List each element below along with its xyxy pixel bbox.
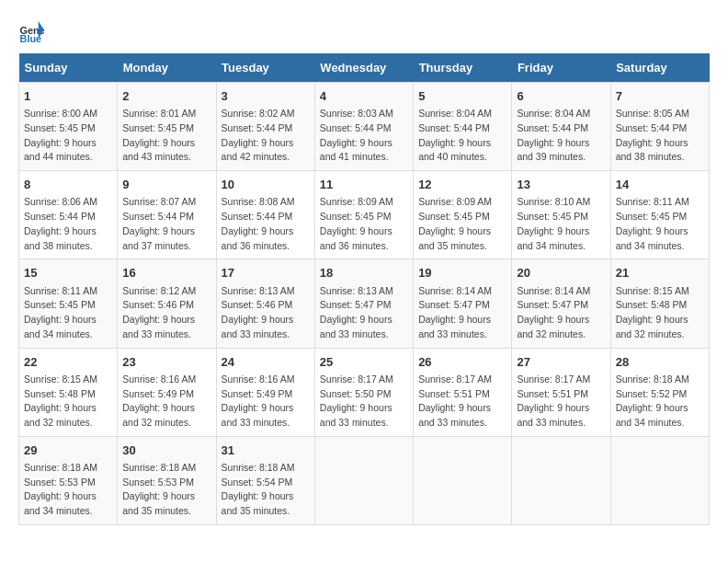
day-info: Sunrise: 8:12 AMSunset: 5:46 PMDaylight:…: [122, 285, 196, 339]
calendar-cell: 14Sunrise: 8:11 AMSunset: 5:45 PMDayligh…: [610, 171, 709, 259]
day-info: Sunrise: 8:18 AMSunset: 5:52 PMDaylight:…: [616, 373, 689, 428]
calendar-week-1: 1Sunrise: 8:00 AMSunset: 5:45 PMDaylight…: [19, 83, 710, 171]
day-info: Sunrise: 8:09 AMSunset: 5:45 PMDaylight:…: [320, 196, 393, 250]
day-number: 17: [222, 265, 310, 282]
day-info: Sunrise: 8:10 AMSunset: 5:45 PMDaylight:…: [517, 196, 590, 250]
day-number: 26: [418, 354, 506, 371]
calendar-cell: 25Sunrise: 8:17 AMSunset: 5:50 PMDayligh…: [314, 348, 413, 436]
calendar-cell: 6Sunrise: 8:04 AMSunset: 5:44 PMDaylight…: [512, 83, 610, 171]
day-info: Sunrise: 8:01 AMSunset: 5:45 PMDaylight:…: [122, 108, 196, 162]
calendar-cell: 24Sunrise: 8:16 AMSunset: 5:49 PMDayligh…: [216, 348, 314, 436]
day-info: Sunrise: 8:05 AMSunset: 5:44 PMDaylight:…: [616, 108, 689, 162]
calendar-cell: 23Sunrise: 8:16 AMSunset: 5:49 PMDayligh…: [118, 348, 216, 436]
day-info: Sunrise: 8:16 AMSunset: 5:49 PMDaylight:…: [222, 373, 295, 428]
day-number: 6: [517, 88, 605, 105]
day-number: 20: [517, 265, 605, 282]
day-info: Sunrise: 8:09 AMSunset: 5:45 PMDaylight:…: [418, 196, 492, 250]
calendar-cell: 16Sunrise: 8:12 AMSunset: 5:46 PMDayligh…: [118, 259, 216, 348]
calendar-cell: 31Sunrise: 8:18 AMSunset: 5:54 PMDayligh…: [216, 436, 314, 524]
day-info: Sunrise: 8:17 AMSunset: 5:51 PMDaylight:…: [418, 373, 492, 428]
calendar-cell: 26Sunrise: 8:17 AMSunset: 5:51 PMDayligh…: [414, 348, 512, 436]
calendar-cell: [414, 436, 512, 524]
calendar-week-5: 29Sunrise: 8:18 AMSunset: 5:53 PMDayligh…: [19, 436, 710, 524]
day-number: 9: [122, 177, 210, 193]
calendar-week-4: 22Sunrise: 8:15 AMSunset: 5:48 PMDayligh…: [19, 348, 710, 436]
weekday-header-thursday: Thursday: [414, 53, 512, 83]
calendar-cell: 19Sunrise: 8:14 AMSunset: 5:47 PMDayligh…: [414, 259, 512, 348]
header: General Blue: [18, 18, 710, 44]
day-info: Sunrise: 8:14 AMSunset: 5:47 PMDaylight:…: [517, 285, 590, 339]
calendar-cell: 22Sunrise: 8:15 AMSunset: 5:48 PMDayligh…: [19, 348, 118, 436]
calendar-cell: 5Sunrise: 8:04 AMSunset: 5:44 PMDaylight…: [414, 83, 512, 171]
calendar-cell: 20Sunrise: 8:14 AMSunset: 5:47 PMDayligh…: [512, 259, 610, 348]
day-info: Sunrise: 8:11 AMSunset: 5:45 PMDaylight:…: [616, 196, 689, 250]
day-number: 19: [418, 265, 506, 282]
logo: General Blue: [18, 18, 44, 44]
day-number: 7: [616, 88, 704, 105]
day-number: 16: [122, 265, 210, 282]
weekday-header-row: SundayMondayTuesdayWednesdayThursdayFrid…: [19, 53, 710, 83]
day-number: 14: [616, 177, 704, 193]
calendar-cell: 2Sunrise: 8:01 AMSunset: 5:45 PMDaylight…: [118, 83, 216, 171]
calendar-cell: [314, 436, 413, 524]
calendar-cell: 11Sunrise: 8:09 AMSunset: 5:45 PMDayligh…: [314, 171, 413, 259]
day-info: Sunrise: 8:11 AMSunset: 5:45 PMDaylight:…: [24, 285, 97, 339]
day-number: 23: [122, 354, 210, 371]
day-number: 10: [222, 177, 310, 193]
calendar-cell: 27Sunrise: 8:17 AMSunset: 5:51 PMDayligh…: [512, 348, 610, 436]
day-info: Sunrise: 8:17 AMSunset: 5:50 PMDaylight:…: [320, 373, 393, 428]
day-number: 25: [320, 354, 408, 371]
day-info: Sunrise: 8:15 AMSunset: 5:48 PMDaylight:…: [616, 285, 689, 339]
calendar-cell: 4Sunrise: 8:03 AMSunset: 5:44 PMDaylight…: [314, 83, 413, 171]
weekday-header-tuesday: Tuesday: [216, 53, 314, 83]
day-number: 27: [517, 354, 605, 371]
day-number: 8: [24, 177, 112, 193]
day-info: Sunrise: 8:16 AMSunset: 5:49 PMDaylight:…: [122, 373, 196, 428]
calendar-cell: 29Sunrise: 8:18 AMSunset: 5:53 PMDayligh…: [19, 436, 118, 524]
calendar-cell: 7Sunrise: 8:05 AMSunset: 5:44 PMDaylight…: [610, 83, 709, 171]
day-number: 22: [24, 354, 112, 371]
day-info: Sunrise: 8:06 AMSunset: 5:44 PMDaylight:…: [24, 196, 97, 250]
day-info: Sunrise: 8:14 AMSunset: 5:47 PMDaylight:…: [418, 285, 492, 339]
day-info: Sunrise: 8:18 AMSunset: 5:53 PMDaylight:…: [24, 462, 97, 516]
calendar-week-2: 8Sunrise: 8:06 AMSunset: 5:44 PMDaylight…: [19, 171, 710, 259]
day-info: Sunrise: 8:13 AMSunset: 5:47 PMDaylight:…: [320, 285, 393, 339]
weekday-header-monday: Monday: [118, 53, 216, 83]
calendar-cell: [512, 436, 610, 524]
calendar-cell: 12Sunrise: 8:09 AMSunset: 5:45 PMDayligh…: [414, 171, 512, 259]
calendar-cell: 30Sunrise: 8:18 AMSunset: 5:53 PMDayligh…: [118, 436, 216, 524]
day-info: Sunrise: 8:18 AMSunset: 5:54 PMDaylight:…: [222, 462, 295, 516]
weekday-header-saturday: Saturday: [610, 53, 709, 83]
calendar-cell: 3Sunrise: 8:02 AMSunset: 5:44 PMDaylight…: [216, 83, 314, 171]
day-number: 11: [320, 177, 408, 193]
logo-icon: General Blue: [18, 18, 44, 44]
calendar-cell: 9Sunrise: 8:07 AMSunset: 5:44 PMDaylight…: [118, 171, 216, 259]
day-number: 1: [24, 88, 112, 105]
calendar-cell: [610, 436, 709, 524]
day-info: Sunrise: 8:03 AMSunset: 5:44 PMDaylight:…: [320, 108, 393, 162]
day-info: Sunrise: 8:00 AMSunset: 5:45 PMDaylight:…: [24, 108, 97, 162]
weekday-header-wednesday: Wednesday: [314, 53, 413, 83]
calendar-cell: 15Sunrise: 8:11 AMSunset: 5:45 PMDayligh…: [19, 259, 118, 348]
day-number: 21: [616, 265, 704, 282]
calendar-cell: 10Sunrise: 8:08 AMSunset: 5:44 PMDayligh…: [216, 171, 314, 259]
day-info: Sunrise: 8:17 AMSunset: 5:51 PMDaylight:…: [517, 373, 590, 428]
weekday-header-sunday: Sunday: [19, 53, 118, 83]
calendar-cell: 17Sunrise: 8:13 AMSunset: 5:46 PMDayligh…: [216, 259, 314, 348]
calendar-week-3: 15Sunrise: 8:11 AMSunset: 5:45 PMDayligh…: [19, 259, 710, 348]
weekday-header-friday: Friday: [512, 53, 610, 83]
day-number: 12: [418, 177, 506, 193]
day-info: Sunrise: 8:07 AMSunset: 5:44 PMDaylight:…: [122, 196, 196, 250]
day-number: 3: [222, 88, 310, 105]
day-number: 2: [122, 88, 210, 105]
day-info: Sunrise: 8:18 AMSunset: 5:53 PMDaylight:…: [122, 462, 196, 516]
day-info: Sunrise: 8:08 AMSunset: 5:44 PMDaylight:…: [222, 196, 295, 250]
day-info: Sunrise: 8:04 AMSunset: 5:44 PMDaylight:…: [418, 108, 492, 162]
svg-text:Blue: Blue: [20, 33, 42, 44]
calendar-cell: 28Sunrise: 8:18 AMSunset: 5:52 PMDayligh…: [610, 348, 709, 436]
day-info: Sunrise: 8:04 AMSunset: 5:44 PMDaylight:…: [517, 108, 590, 162]
day-number: 13: [517, 177, 605, 193]
day-number: 29: [24, 442, 112, 459]
day-number: 5: [418, 88, 506, 105]
day-number: 18: [320, 265, 408, 282]
